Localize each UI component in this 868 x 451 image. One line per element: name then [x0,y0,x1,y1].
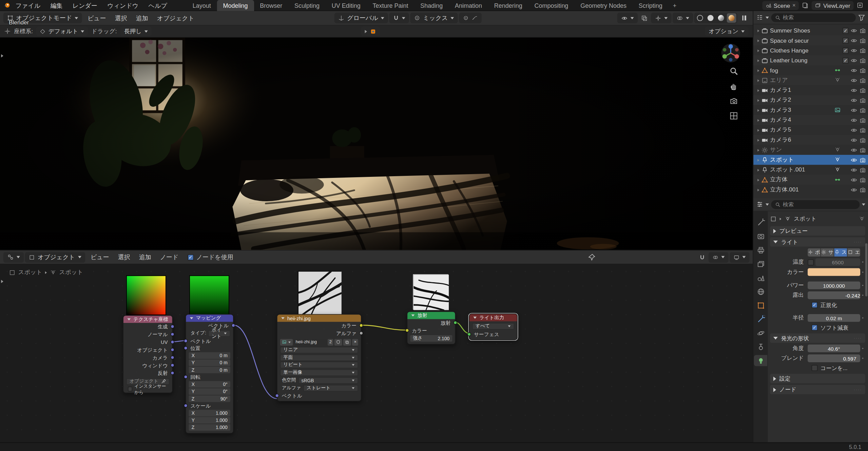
outliner-row[interactable]: Leather Loung ✓ [753,55,868,65]
workspace-tab[interactable]: Modeling [217,0,254,11]
hide-eye-icon[interactable] [850,77,857,84]
render-visibility-icon[interactable] [859,106,866,114]
properties-editor-chevron[interactable] [766,203,769,206]
render-visibility-icon[interactable] [859,37,866,44]
output-socket[interactable] [171,371,174,375]
rotation-value-field[interactable]: X0° [189,381,230,388]
modifiers[interactable] [754,313,767,325]
rotation-value-field[interactable]: Z90° [189,395,230,402]
render-visibility-icon[interactable] [859,136,866,143]
outliner-mode-icon[interactable] [756,14,763,21]
hide-eye-icon[interactable] [850,186,857,193]
operator-panel-toggle[interactable] [361,26,380,36]
node-editor-menu-item[interactable]: ノード [156,250,183,264]
render-visibility-icon[interactable] [859,117,866,124]
render-visibility-icon[interactable] [859,166,866,173]
expand-arrow-icon[interactable] [757,157,759,163]
render-visibility-icon[interactable] [859,186,866,193]
unlink-image-button[interactable]: × [352,339,358,346]
output-target-dropdown[interactable]: すべて [472,323,514,330]
output-socket[interactable] [171,332,174,336]
node-editor-canvas[interactable]: スポット スポット テクスチャ座標 生成ノーマルUVオブジェクトカメラウィンドウ… [0,264,753,443]
rotation-value-field[interactable]: Y0° [189,388,230,395]
hide-eye-icon[interactable] [850,126,857,134]
node-overlays-dropdown[interactable] [709,252,729,262]
view-layer[interactable] [754,258,767,269]
light-type-button[interactable]: ス [834,248,847,256]
navigation-gizmo[interactable] [721,43,741,63]
render-visibility-icon[interactable] [859,156,866,163]
expand-arrow-icon[interactable] [757,48,759,53]
normalize-toggle[interactable]: ✓ 正規化 [812,301,865,309]
unlink-scene-icon[interactable]: × [792,2,796,8]
render-visibility-icon[interactable] [859,126,866,134]
editor-type-dropdown[interactable] [3,252,24,262]
outliner-row[interactable]: サン ✓ [753,145,868,155]
soft-falloff-toggle[interactable]: ✓ ソフト減衰 [812,324,865,332]
exposure-slider[interactable]: -0.242 [808,291,860,299]
render-visibility-icon[interactable] [859,67,866,74]
hide-eye-icon[interactable] [850,57,857,64]
section-settings[interactable]: 設定 [770,374,865,383]
workspace-tab[interactable]: Rendering [488,0,528,11]
expand-arrow-icon[interactable] [757,28,759,33]
image-browse-dropdown[interactable] [280,339,293,346]
location-value-field[interactable]: X0 m [189,352,230,359]
shading-material-button[interactable] [716,13,726,23]
properties-filter-chevron[interactable] [862,203,865,206]
render-visibility-icon[interactable] [859,86,866,94]
expand-arrow-icon[interactable] [757,98,759,103]
source-dropdown[interactable]: 単一画像 [280,369,358,376]
node-editor-menu-item[interactable]: ビュー [86,250,114,264]
workspace-tab[interactable]: Geometry Nodes [574,0,633,11]
workspace-tab[interactable]: Layout [187,0,217,11]
pause-button[interactable] [738,13,750,23]
scale-value-field[interactable]: Y1.000 [189,417,230,424]
data[interactable] [754,355,767,366]
outliner-search-input[interactable]: 検索 [771,13,856,22]
coord-dropdown[interactable]: デフォルト [36,26,88,36]
temperature-field[interactable]: 6500 [815,258,860,266]
expand-arrow-icon[interactable] [757,167,759,172]
input-socket[interactable] [184,339,188,343]
outliner-row[interactable]: カメラ3 ✓ [753,105,868,115]
output-socket[interactable] [231,324,235,327]
alpha-mode-dropdown[interactable]: ストレート [303,385,358,392]
menubar-item[interactable]: 編集 [45,0,67,11]
render-visibility-icon[interactable] [859,47,866,54]
use-nodes-toggle[interactable]: ✓ ノードを使用 [184,253,237,261]
mapping-type-dropdown[interactable]: ポイント [208,330,230,337]
hide-eye-icon[interactable] [850,27,857,34]
scale-value-field[interactable]: X1.000 [189,410,230,416]
toolbar-expand-arrow[interactable] [1,52,3,59]
output-socket[interactable] [171,348,174,352]
node-emission[interactable]: 放射 放射 カラー 強さ2.100 [407,311,456,345]
output[interactable] [754,244,767,255]
scene-selector[interactable]: Scene × [762,1,799,9]
shading-solid-button[interactable] [706,13,715,23]
pivot-dropdown[interactable]: ミックス [410,13,458,23]
expand-arrow-icon[interactable] [757,87,759,93]
colorspace-dropdown[interactable]: sRGB [298,377,358,384]
output-socket[interactable] [359,324,363,327]
viewport-menu-item[interactable]: オブジェクト [153,11,199,25]
section-nodes[interactable]: ノード···· [770,385,865,394]
blend-slider[interactable]: 0.597 [808,354,860,362]
render-visibility-icon[interactable] [859,176,866,183]
node-editor-menu-item[interactable]: 追加 [135,250,156,264]
radius-field[interactable]: 0.02 m [808,314,860,322]
menubar-item[interactable]: レンダー [67,0,102,11]
workspace-tab[interactable]: Texture Paint [367,0,414,11]
exclude-checkbox[interactable]: ✓ [843,27,849,34]
hide-eye-icon[interactable] [850,47,857,54]
exclude-checkbox[interactable]: ✓ [843,47,849,54]
extension-dropdown[interactable]: リピート [280,362,358,368]
image-name-field[interactable]: heii-zhi.jpg [294,339,327,346]
overlays-dropdown[interactable] [673,13,693,23]
hide-eye-icon[interactable] [850,86,857,94]
workspace-tab[interactable]: Sculpting [288,0,326,11]
scale-value-field[interactable]: Z1.000 [189,424,230,431]
options-dropdown[interactable]: オプション [705,26,748,36]
outliner-row[interactable]: 立方体.001 ✓ [753,185,868,194]
outliner-row[interactable]: カメラ4 ✓ [753,115,868,125]
